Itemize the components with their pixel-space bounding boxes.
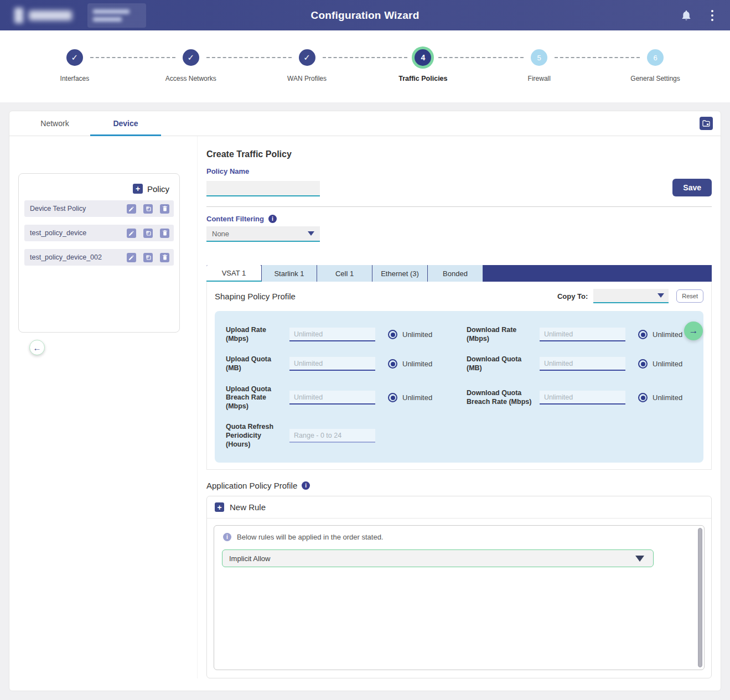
step-general-settings[interactable]: 6 General Settings bbox=[597, 49, 713, 102]
policy-list-panel: + Policy Device Test Policy test_policy_… bbox=[18, 173, 180, 333]
app-logo bbox=[14, 8, 72, 23]
tab-cell-1[interactable]: Cell 1 bbox=[317, 265, 372, 282]
save-button-top[interactable]: Save bbox=[672, 179, 712, 196]
download-rate-unlimited-radio[interactable] bbox=[638, 330, 648, 339]
check-icon: ✓ bbox=[66, 49, 83, 66]
policy-list-item[interactable]: test_policy_device bbox=[24, 225, 174, 241]
unlimited-label: Unlimited bbox=[402, 393, 432, 402]
step-label: Access Networks bbox=[165, 75, 216, 82]
tab-device[interactable]: Device bbox=[90, 111, 161, 136]
rule-name: Implicit Allow bbox=[229, 554, 270, 563]
step-label: Firewall bbox=[528, 75, 551, 82]
policy-editor-column: Create Traffic Policy Policy Name Save C… bbox=[198, 136, 721, 678]
wan-tabbar: VSAT 1 Starlink 1 Cell 1 Ethernet (3) Bo… bbox=[206, 265, 712, 282]
shaping-section: Shaping Policy Profile Copy To: Reset bbox=[206, 282, 712, 470]
policy-name-label: Policy Name bbox=[206, 167, 712, 175]
download-quota-unlimited-radio[interactable] bbox=[638, 359, 648, 369]
step-label: WAN Profiles bbox=[287, 75, 327, 82]
check-icon: ✓ bbox=[183, 49, 199, 66]
unlimited-label: Unlimited bbox=[653, 393, 682, 402]
wan-tabbar-filler bbox=[483, 265, 712, 282]
policy-list-column: + Policy Device Test Policy test_policy_… bbox=[9, 136, 198, 678]
delete-policy-icon[interactable] bbox=[160, 204, 169, 214]
copy-to-select[interactable] bbox=[593, 289, 669, 303]
duplicate-policy-icon[interactable] bbox=[143, 253, 153, 262]
upload-breach-rate-input[interactable] bbox=[289, 391, 375, 405]
duplicate-policy-icon[interactable] bbox=[143, 229, 153, 238]
edit-policy-icon[interactable] bbox=[127, 229, 136, 238]
unlimited-label: Unlimited bbox=[653, 360, 682, 368]
duplicate-policy-icon[interactable] bbox=[143, 204, 153, 214]
download-breach-unlimited-radio[interactable] bbox=[638, 393, 648, 402]
policy-list-item[interactable]: Device Test Policy bbox=[24, 200, 174, 217]
upload-breach-unlimited-radio[interactable] bbox=[388, 393, 397, 402]
policy-name-input[interactable] bbox=[206, 181, 320, 196]
add-policy-label[interactable]: Policy bbox=[147, 184, 169, 194]
back-button[interactable]: ← bbox=[29, 340, 45, 355]
policy-list-item[interactable]: test_policy_device_002 bbox=[24, 249, 174, 266]
folder-button[interactable] bbox=[700, 117, 713, 130]
chevron-down-icon bbox=[635, 556, 644, 562]
copy-to-label: Copy To: bbox=[557, 292, 588, 300]
new-rule-label[interactable]: New Rule bbox=[230, 502, 266, 512]
step-firewall[interactable]: 5 Firewall bbox=[481, 49, 597, 102]
tab-starlink-1[interactable]: Starlink 1 bbox=[262, 265, 317, 282]
overflow-menu-icon[interactable] bbox=[709, 9, 716, 22]
top-navbar: Configuration Wizard bbox=[0, 0, 730, 30]
download-quota-label: Download Quota (MB) bbox=[467, 349, 540, 378]
download-rate-label: Download Rate (Mbps) bbox=[467, 320, 540, 349]
folder-icon bbox=[702, 120, 710, 127]
step-access-networks[interactable]: ✓ Access Networks bbox=[133, 49, 249, 102]
upload-quota-unlimited-radio[interactable] bbox=[388, 359, 397, 369]
arrow-left-icon: ← bbox=[33, 343, 42, 352]
tab-network[interactable]: Network bbox=[19, 111, 90, 136]
edit-policy-icon[interactable] bbox=[127, 253, 136, 262]
tab-ethernet-3[interactable]: Ethernet (3) bbox=[372, 265, 428, 282]
info-icon[interactable]: i bbox=[268, 215, 277, 223]
step-traffic-policies[interactable]: 4 Traffic Policies bbox=[365, 49, 481, 102]
chevron-down-icon bbox=[308, 231, 314, 236]
upload-quota-input[interactable] bbox=[289, 357, 375, 371]
quota-refresh-input[interactable] bbox=[289, 429, 375, 443]
delete-policy-icon[interactable] bbox=[160, 253, 169, 262]
download-rate-input[interactable] bbox=[540, 328, 625, 341]
content-filtering-label: Content Filtering bbox=[206, 215, 264, 223]
delete-policy-icon[interactable] bbox=[160, 229, 169, 238]
logo-icon bbox=[14, 8, 23, 23]
unlimited-label: Unlimited bbox=[402, 360, 432, 368]
step-number: 5 bbox=[531, 49, 547, 66]
add-policy-plus-icon[interactable]: + bbox=[133, 184, 143, 194]
step-interfaces[interactable]: ✓ Interfaces bbox=[17, 49, 133, 102]
download-breach-rate-label: Download Quota Breach Rate (Mbps) bbox=[467, 383, 540, 412]
policy-name: test_policy_device bbox=[30, 229, 120, 237]
tab-bonded[interactable]: Bonded bbox=[428, 265, 483, 282]
upload-quota-label: Upload Quota (MB) bbox=[226, 349, 289, 378]
application-profile-title: Application Policy Profile bbox=[206, 481, 297, 490]
wizard-stepper: ✓ Interfaces ✓ Access Networks ✓ WAN Pro… bbox=[0, 30, 730, 102]
step-wan-profiles[interactable]: ✓ WAN Profiles bbox=[249, 49, 365, 102]
rule-implicit-allow[interactable]: Implicit Allow bbox=[222, 549, 654, 567]
edit-policy-icon[interactable] bbox=[127, 204, 136, 214]
tab-vsat-1[interactable]: VSAT 1 bbox=[206, 265, 262, 282]
reset-button[interactable]: Reset bbox=[676, 289, 703, 303]
unlimited-label: Unlimited bbox=[653, 330, 682, 339]
upload-rate-unlimited-radio[interactable] bbox=[388, 330, 397, 339]
upload-rate-input[interactable] bbox=[289, 328, 375, 341]
main-card: Network Device + Policy Device Test Poli… bbox=[9, 111, 721, 691]
content-filtering-select[interactable]: None bbox=[206, 226, 320, 242]
info-icon: i bbox=[223, 533, 231, 541]
page-title: Configuration Wizard bbox=[0, 9, 730, 22]
shaping-title: Shaping Policy Profile bbox=[215, 292, 296, 301]
content-filtering-value: None bbox=[212, 230, 229, 238]
rules-info-text: Below rules will be applied in the order… bbox=[237, 533, 383, 541]
download-quota-input[interactable] bbox=[540, 357, 625, 371]
download-breach-rate-input[interactable] bbox=[540, 391, 625, 405]
notifications-bell-icon[interactable] bbox=[681, 10, 691, 21]
info-icon[interactable]: i bbox=[302, 481, 310, 490]
scrollbar-thumb[interactable] bbox=[698, 528, 702, 667]
arrow-right-icon: → bbox=[689, 325, 698, 336]
next-arrow-button[interactable]: → bbox=[684, 322, 703, 340]
new-rule-plus-icon[interactable]: + bbox=[215, 502, 224, 512]
step-number: 4 bbox=[415, 49, 431, 66]
step-label: General Settings bbox=[630, 75, 680, 82]
